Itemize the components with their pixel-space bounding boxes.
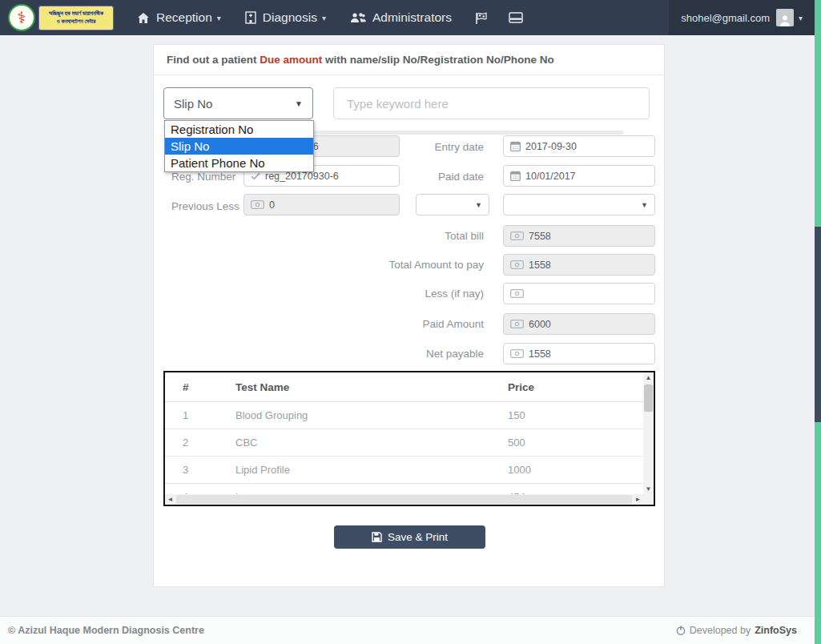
clinic-name-line2: ও কনসালটেশন সেন্টার [41,18,111,26]
total-bill-field: 7558 [503,225,655,247]
table-cell: 3 [165,457,229,484]
navbar: ⚕ অজিজুল হক মডার্ণ ডায়াগনস্টিক ও কনসালট… [0,0,815,35]
reg-number-label: Reg. Number [171,171,235,183]
panel-title-suffix: with name/slip No/Registration No/Phone … [322,54,554,66]
nav-item-administrators[interactable]: Administrators [338,0,464,35]
table-header-cell: Test Name [229,372,501,402]
nav-item-reception[interactable]: Reception ▾ [125,0,233,35]
panel-title-highlight: Due amount [260,54,322,66]
entry-date-label: Entry date [418,141,484,153]
nav-item-payments[interactable] [498,0,533,35]
brand-logo[interactable]: ⚕ অজিজুল হক মডার্ণ ডায়াগনস্টিক ও কনসালট… [8,4,114,31]
chevron-down-icon: ▾ [217,14,221,22]
total-bill-label: Total bill [338,230,484,242]
footer-brand: ZinfoSys [755,625,797,636]
entry-date-field[interactable]: 2017-09-30 [503,135,655,157]
chevron-down-icon: ▼ [641,201,648,209]
tests-table-container: #Test NamePrice 1Blood Grouping1502CBC50… [163,371,655,506]
search-type-selected: Slip No [174,97,212,111]
entry-date-value: 2017-09-30 [525,141,577,152]
calendar-icon [510,171,521,181]
search-type-dropdown: Registration NoSlip NoPatient Phone No [164,120,314,172]
table-cell: 454 [501,484,643,495]
keyword-input[interactable] [333,87,650,119]
chevron-down-icon: ▾ [322,14,326,22]
search-type-select[interactable]: Slip No ▼ [163,87,313,119]
avatar [776,9,794,26]
scroll-right-arrow-icon[interactable]: ► [633,494,643,505]
nav-item-diagnosis[interactable]: Diagnosis ▾ [233,0,338,35]
home-icon [137,12,150,24]
dropdown-option[interactable]: Slip No [165,138,313,155]
clinic-name-badge: অজিজুল হক মডার্ণ ডায়াগনস্টিক ও কনসালটেশ… [38,6,114,30]
nav-item-label: Diagnosis [263,10,317,25]
previous-less-field: 0 [243,194,400,215]
account-select[interactable]: ▼ [503,194,655,215]
paid-amount-field: 6000 [503,313,655,335]
users-icon [350,12,366,24]
table-cell: 2 [165,429,229,457]
table-row: 2CBC500 [165,429,643,457]
table-cell: Blood Grouping [229,402,501,429]
clinic-emblem-icon: ⚕ [8,4,35,31]
save-print-button[interactable]: Save & Print [334,525,485,549]
total-amount-field: 1558 [503,254,655,276]
check-icon [251,172,260,180]
money-icon [251,200,264,209]
dropdown-option[interactable]: Patient Phone No [165,155,313,171]
money-icon [510,320,524,328]
user-menu[interactable]: shohel@gmail.com ▾ [669,0,815,35]
table-vscroll-thumb[interactable] [644,384,653,412]
total-bill-value: 7558 [529,231,551,242]
tests-table-body: 1Blood Grouping1502CBC5003Lipid Profile1… [165,402,643,495]
money-icon [510,349,524,358]
save-icon [372,532,382,542]
table-row: 3Lipid Profile1000 [165,457,643,484]
table-cell: 1 [165,402,229,429]
payment-type-select[interactable]: ▼ [416,194,489,215]
less-field[interactable] [503,283,655,304]
table-cell: 1000 [501,457,643,484]
nav-item-flag[interactable] [464,0,498,35]
paid-date-field[interactable]: 10/01/2017 [503,165,655,187]
table-cell: Lipid Profile [229,457,501,484]
less-label: Less (if nay) [338,288,484,300]
total-amount-label: Total Amount to pay [338,259,484,271]
footer-copyright: © Azizul Haque Modern Diagnosis Centre [8,625,204,636]
table-cell: CBC [229,429,501,457]
scrollbar-corner [643,494,654,505]
table-cell: is [229,484,501,495]
table-row: 4is454 [165,484,643,495]
hospital-icon [245,11,256,24]
chevron-down-icon: ▾ [799,14,803,22]
footer: © Azizul Haque Modern Diagnosis Centre D… [0,616,815,644]
flag-checkered-icon [474,11,488,25]
paid-amount-label: Paid Amount [338,318,484,330]
tests-table: #Test NamePrice 1Blood Grouping1502CBC50… [165,372,643,494]
table-row: 1Blood Grouping150 [165,402,643,429]
table-hscroll-thumb[interactable] [176,495,632,504]
scroll-down-arrow-icon[interactable]: ▼ [643,484,654,494]
chevron-down-icon: ▼ [475,201,482,209]
net-payable-field[interactable]: 1558 [503,343,655,364]
footer-credit-text: Developed by [690,625,751,636]
total-amount-value: 1558 [529,260,551,271]
scroll-up-arrow-icon[interactable]: ▲ [643,372,654,383]
nav-item-label: Administrators [372,10,452,25]
money-icon [510,260,524,269]
previous-less-value: 0 [269,199,275,211]
nav-menu: Reception ▾ Diagnosis ▾ Administrators [125,0,533,35]
table-horizontal-scrollbar[interactable]: ◄ ► [165,494,643,505]
tests-table-scrollarea[interactable]: #Test NamePrice 1Blood Grouping1502CBC50… [165,372,643,494]
previous-less-label: Previous Less [171,200,239,212]
dropdown-option[interactable]: Registration No [165,121,313,138]
scroll-left-arrow-icon[interactable]: ◄ [165,494,175,505]
table-vertical-scrollbar[interactable]: ▲ ▼ [643,372,654,494]
panel-title: Find out a patient Due amount with name/… [154,45,664,75]
paid-amount-value: 6000 [529,319,551,330]
page-scrollbar-thumb[interactable] [815,227,821,422]
paid-date-label: Paid date [418,171,484,183]
paid-date-value: 10/01/2017 [525,171,576,182]
table-cell: 4 [165,484,229,495]
money-icon [510,289,524,298]
